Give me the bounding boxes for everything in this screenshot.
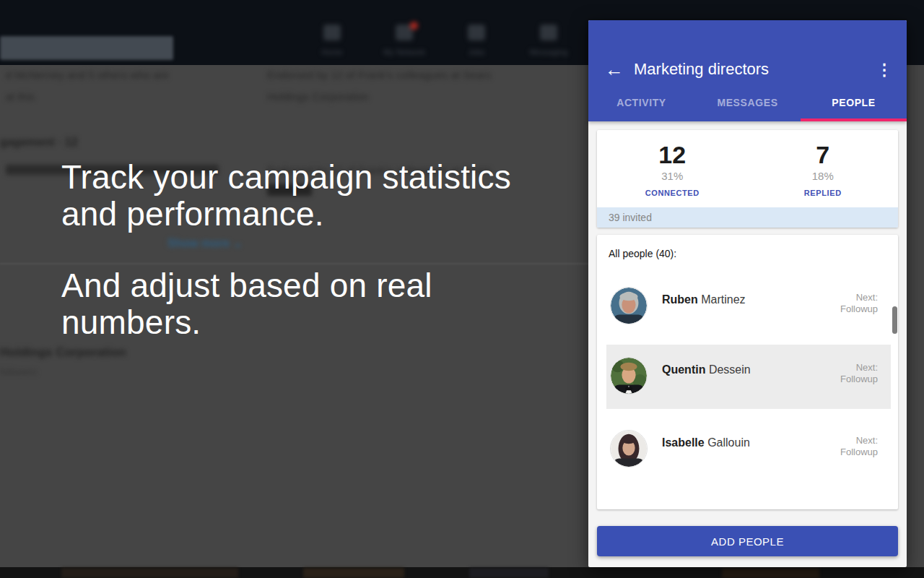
headline-line-1: Track your campaign statistics and perfo…: [61, 159, 538, 233]
bg-photo-thumb: [61, 568, 238, 578]
bg-photo-thumb: [722, 568, 819, 578]
next-step: Next: Followup: [840, 292, 878, 315]
add-people-button[interactable]: ADD PEOPLE: [597, 526, 898, 556]
person-row-quentin-dessein[interactable]: Quentin Dessein Next: Followup: [606, 345, 891, 409]
bg-photo-thumb: [303, 568, 404, 578]
headline-line-2: And adjust based on real numbers.: [61, 267, 538, 341]
stat-value: 12: [597, 142, 748, 168]
bg-text-fragment: gagement · 12: [0, 136, 78, 149]
people-list-heading: All people (40):: [609, 248, 676, 259]
bg-bottom-strip: [0, 567, 924, 578]
next-step: Next: Followup: [840, 435, 878, 458]
avatar: [610, 430, 648, 467]
nav-item-messaging[interactable]: Messaging: [513, 25, 585, 62]
jobs-icon: [468, 25, 485, 40]
connected-label[interactable]: CONNECTED: [597, 189, 748, 197]
person-name: Isabelle Gallouin: [662, 436, 750, 483]
next-step: Next: Followup: [840, 362, 878, 385]
scrollbar-thumb[interactable]: [892, 306, 897, 334]
bg-company-name: Holdings Corporation: [0, 345, 126, 360]
person-name: Ruben Martinez: [662, 293, 746, 337]
bg-text-fragment: at this: [6, 90, 35, 103]
panel-title: Marketing directors: [634, 60, 769, 79]
nav-item-my-network[interactable]: My Network: [368, 25, 440, 62]
back-arrow-icon[interactable]: ←: [601, 56, 627, 82]
bg-followers: followers: [0, 366, 37, 377]
stat-percent: 31%: [597, 170, 748, 182]
person-row-ruben-martinez[interactable]: Ruben Martinez Next: Followup: [606, 275, 891, 337]
nav-item-home[interactable]: Home: [296, 25, 368, 62]
campaign-panel: ← Marketing directors ⋮ ACTIVITY MESSAGE…: [588, 20, 907, 567]
bg-search-input[interactable]: [0, 36, 173, 60]
bg-nav-items: Home My Network Jobs Messaging: [296, 25, 585, 62]
stat-connected: 12 31% CONNECTED: [597, 142, 748, 207]
active-tab-indicator: [801, 118, 907, 121]
home-icon: [323, 25, 341, 40]
stats-row: 12 31% CONNECTED 7 18% REPLIED: [597, 130, 898, 207]
bg-text-fragment: Endorsed by 12 of Frank's colleagues at …: [267, 69, 492, 81]
tab-people[interactable]: PEOPLE: [801, 87, 907, 121]
bg-photo-thumb: [469, 568, 549, 578]
person-name: Quentin Dessein: [662, 363, 751, 409]
people-card: All people (40): Ruben Martinez Next: F: [597, 235, 898, 509]
bg-text-fragment: Holdings Corporation: [267, 90, 369, 103]
avatar: [610, 287, 648, 324]
stats-card: 12 31% CONNECTED 7 18% REPLIED 39 invite…: [597, 130, 898, 228]
replied-label[interactable]: REPLIED: [748, 189, 899, 197]
stat-replied: 7 18% REPLIED: [748, 142, 899, 207]
panel-header: ← Marketing directors ⋮ ACTIVITY MESSAGE…: [588, 20, 907, 121]
screen: d McNerney and 5 others who are at this …: [0, 0, 924, 578]
stat-value: 7: [748, 142, 899, 168]
nav-item-jobs[interactable]: Jobs: [440, 25, 513, 62]
tab-activity[interactable]: ACTIVITY: [588, 87, 694, 121]
overlay-headline: Track your campaign statistics and perfo…: [61, 159, 538, 341]
kebab-menu-icon[interactable]: ⋮: [873, 58, 895, 82]
person-row-isabelle-gallouin[interactable]: Isabelle Gallouin Next: Followup: [606, 418, 891, 483]
bg-text-fragment: d McNerney and 5 others who are: [6, 69, 169, 81]
invited-count: 39 invited: [597, 207, 898, 228]
messaging-icon: [540, 25, 557, 40]
notification-badge: [410, 22, 418, 30]
tab-messages[interactable]: MESSAGES: [694, 87, 801, 121]
avatar: [610, 357, 648, 394]
stat-percent: 18%: [748, 170, 899, 182]
tab-bar: ACTIVITY MESSAGES PEOPLE: [588, 87, 907, 121]
